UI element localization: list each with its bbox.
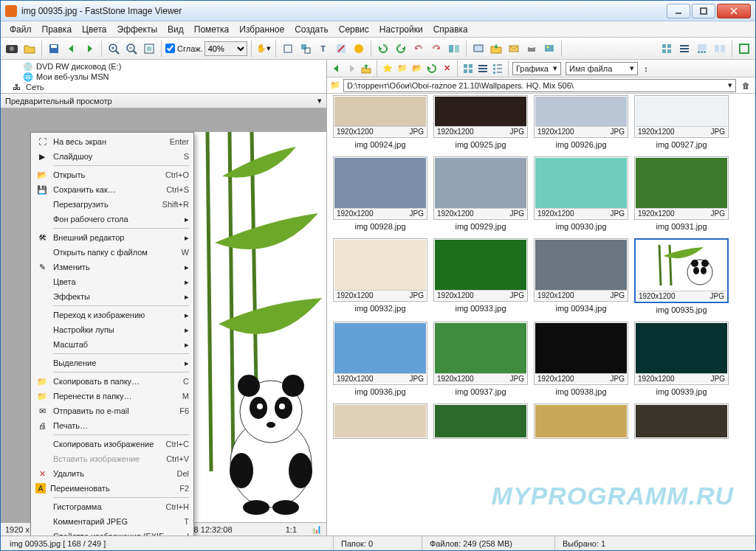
ctx-item[interactable]: 📂ОткрытьCtrl+O — [32, 167, 192, 182]
ctx-item[interactable]: Фон рабочего стола▸ — [32, 212, 192, 226]
folder2-icon[interactable]: 📂 — [410, 62, 424, 75]
edit-icon[interactable] — [333, 41, 349, 57]
ctx-item[interactable]: ПерезагрузитьShift+R — [32, 197, 192, 212]
fullscreen-icon[interactable] — [736, 41, 752, 57]
open-icon[interactable] — [21, 41, 38, 57]
ctx-item[interactable]: 💾Сохранить как…Ctrl+S — [32, 182, 192, 197]
smooth-toggle[interactable]: Сглаж. — [165, 44, 203, 53]
tree-item[interactable]: 🌐Мои веб-узлы MSN — [5, 72, 322, 82]
ctx-item[interactable]: Переход к изображению▸ — [32, 308, 192, 322]
view-dual-icon[interactable] — [712, 41, 728, 57]
view-filmstrip-icon[interactable] — [694, 41, 710, 57]
copy-to-icon[interactable] — [488, 41, 504, 57]
smooth-checkbox[interactable] — [165, 44, 175, 53]
ctx-item[interactable]: ГистограммаCtrl+H — [32, 499, 192, 514]
compare-icon[interactable] — [446, 41, 462, 57]
undo-icon[interactable] — [410, 41, 427, 57]
menu-edit[interactable]: Правка — [38, 23, 77, 36]
thumbnail[interactable]: 1920x1200JPGimg 00934.jpg — [534, 238, 628, 317]
histogram-icon[interactable]: 📊 — [312, 524, 322, 534]
hand-icon[interactable]: ✋▾ — [255, 41, 272, 57]
thumbnail[interactable]: 1920x1200JPGimg 00936.jpg — [333, 322, 427, 399]
color-adjust-icon[interactable] — [351, 41, 367, 57]
wallpaper-icon[interactable] — [541, 41, 557, 57]
ctx-item[interactable]: 🛠Внешний редактор▸ — [32, 230, 192, 245]
thumbnail[interactable]: 1920x1200JPGimg 00937.jpg — [433, 322, 528, 399]
folder-tree[interactable]: 💿DVD RW дисковод (E:) 🌐Мои веб-узлы MSN … — [1, 60, 326, 94]
preview-area[interactable]: ⛶На весь экранEnter▶СлайдшоуS📂ОткрытьCtr… — [1, 108, 326, 536]
ctx-item[interactable]: Скопировать изображениеCtrl+C — [32, 437, 192, 451]
thumbnail[interactable]: 1920x1200JPGimg 00933.jpg — [433, 238, 528, 317]
zoom-select[interactable]: 40% — [205, 41, 247, 56]
view-thumbs-icon[interactable] — [659, 41, 675, 57]
menu-effects[interactable]: Эффекты — [113, 23, 162, 36]
thumbnail[interactable] — [634, 403, 729, 439]
sort-dropdown[interactable]: Имя файла▾ — [566, 62, 638, 75]
thumbnail[interactable] — [534, 403, 628, 439]
menu-mark[interactable]: Пометка — [190, 23, 234, 36]
thumbnail[interactable]: 1920x1200JPGimg 00925.jpg — [433, 95, 528, 152]
ctx-item[interactable]: 📁Скопировать в папку…C — [32, 374, 192, 389]
tree-item[interactable]: 💿DVD RW дисковод (E:) — [5, 61, 322, 72]
zoom-in-icon[interactable] — [106, 41, 122, 57]
maximize-button[interactable] — [692, 4, 715, 18]
slideshow-icon[interactable] — [470, 41, 487, 57]
resize-icon[interactable] — [298, 41, 314, 57]
trash-icon[interactable]: 🗑 — [739, 79, 752, 92]
ctx-item[interactable]: Масштаб▸ — [32, 337, 192, 352]
ctx-item[interactable]: Настройки лупы▸ — [32, 322, 192, 337]
delete-icon[interactable]: ✕ — [440, 62, 453, 75]
ctx-item[interactable]: Выделение▸ — [32, 356, 192, 370]
ctx-item[interactable]: Открыть папку с файломW — [32, 245, 192, 260]
refresh-icon[interactable] — [425, 62, 439, 75]
preview-dropdown-icon[interactable]: ▾ — [317, 96, 322, 105]
menu-settings[interactable]: Настройки — [375, 23, 427, 36]
email-icon[interactable] — [506, 41, 522, 57]
thumbnail[interactable]: 1920x1200JPGimg 00930.jpg — [534, 156, 628, 234]
forward-icon[interactable] — [81, 41, 97, 57]
thumbnail-area[interactable]: 1920x1200JPGimg 00924.jpg1920x1200JPGimg… — [327, 94, 755, 536]
close-button[interactable] — [717, 4, 751, 18]
menu-view[interactable]: Вид — [163, 23, 188, 36]
ctx-item[interactable]: Цвета▸ — [32, 274, 192, 289]
aquire-icon[interactable] — [4, 41, 20, 57]
menu-tools[interactable]: Сервис — [334, 23, 374, 36]
tree-item[interactable]: 🖧Сеть — [5, 82, 322, 92]
view3-icon[interactable] — [491, 62, 504, 75]
redo-icon[interactable] — [428, 41, 444, 57]
crop-icon[interactable] — [280, 41, 296, 57]
thumbnail[interactable]: 1920x1200JPGimg 00928.jpg — [333, 156, 427, 234]
menu-colors[interactable]: Цвета — [78, 23, 111, 36]
menu-create[interactable]: Создать — [290, 23, 333, 36]
nav-back-icon[interactable] — [330, 62, 343, 75]
menu-file[interactable]: Файл — [5, 23, 36, 36]
print-icon[interactable] — [523, 41, 540, 57]
thumbnail[interactable]: 1920x1200JPGimg 00938.jpg — [534, 322, 628, 399]
view2-icon[interactable] — [476, 62, 489, 75]
thumbnail[interactable]: 1920x1200JPGimg 00931.jpg — [634, 156, 729, 234]
ctx-item[interactable]: ⛶На весь экранEnter — [32, 134, 192, 149]
rotate-left-icon[interactable] — [375, 41, 391, 57]
minimize-button[interactable] — [667, 4, 690, 18]
menu-favorites[interactable]: Избранное — [235, 23, 289, 36]
thumbnail[interactable]: 1920x1200JPGimg 00924.jpg — [333, 95, 427, 152]
ctx-item[interactable]: Комментарий JPEGT — [32, 514, 192, 529]
filter-dropdown[interactable]: Графика▾ — [512, 62, 561, 75]
fit-icon[interactable] — [141, 41, 157, 57]
thumbnail[interactable]: 1920x1200JPGimg 00932.jpg — [333, 238, 427, 317]
text-icon[interactable]: T — [315, 41, 331, 57]
thumbnail[interactable]: 1920x1200JPGimg 00926.jpg — [534, 95, 628, 152]
new-folder-icon[interactable]: 📁 — [396, 62, 409, 75]
path-input[interactable]: D:\торрент\Обои\Oboi-raznoe 21.10\Wallpa… — [343, 79, 736, 92]
sort-dir-icon[interactable]: ↕ — [639, 62, 653, 75]
zoom-out-icon[interactable] — [123, 41, 140, 57]
ctx-item[interactable]: 🖨Печать… — [32, 418, 192, 433]
thumbnail[interactable] — [433, 403, 528, 439]
thumbnail[interactable]: 1920x1200JPGimg 00927.jpg — [634, 95, 729, 152]
ctx-item[interactable]: AПереименоватьF2 — [32, 481, 192, 496]
menu-help[interactable]: Справка — [429, 23, 472, 36]
rotate-right-icon[interactable] — [393, 41, 409, 57]
ctx-item[interactable]: ✕УдалитьDel — [32, 466, 192, 481]
ctx-item[interactable]: Свойства изображения (EXIF …I — [32, 529, 192, 536]
thumbnail[interactable]: 1920x1200JPGimg 00935.jpg — [634, 238, 729, 317]
